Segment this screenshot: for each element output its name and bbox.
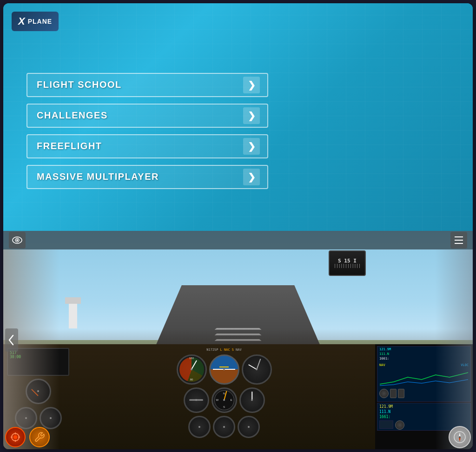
mfd-alt: 1661: bbox=[379, 414, 469, 419]
left-dial-row bbox=[7, 379, 69, 404]
logo-x-letter: X bbox=[18, 15, 25, 27]
menu-panel: X PLANE FLIGHT SCHOOL ❯ CHALLENGES ❯ FRE… bbox=[3, 3, 473, 231]
gps-line-1: 121.9M bbox=[379, 347, 469, 352]
compass-device: S 15 I |||||||||||| bbox=[329, 250, 366, 276]
mfd-freq-1: 121.9M bbox=[379, 404, 469, 409]
label-row: N172SP L NAC S NAV bbox=[77, 348, 371, 352]
attitude-indicator bbox=[209, 354, 239, 385]
svg-point-12 bbox=[459, 436, 461, 438]
arrow-chevron-icon: ❯ bbox=[248, 79, 256, 91]
svg-point-4 bbox=[13, 435, 17, 439]
mfd-freq-2: 111.N bbox=[379, 409, 469, 414]
main-menu: FLIGHT SCHOOL ❯ CHALLENGES ❯ FREEFLIGHT … bbox=[26, 73, 450, 189]
heading-indicator: N S W E bbox=[212, 387, 237, 413]
gps-controls bbox=[379, 389, 469, 398]
scroll-left-button[interactable] bbox=[5, 328, 18, 352]
gps-chart bbox=[379, 368, 469, 386]
challenges-button[interactable]: CHALLENGES ❯ bbox=[26, 104, 268, 128]
gps-button-1[interactable] bbox=[390, 389, 397, 398]
nav-bar-top bbox=[3, 231, 473, 249]
flight-school-arrow: ❯ bbox=[243, 77, 260, 93]
ham-line-1 bbox=[455, 236, 463, 237]
left-round-dial bbox=[7, 407, 69, 429]
airspeed-indicator: 160 80 bbox=[177, 354, 207, 385]
gps-mfd-screen: 121.9M 111.N 1661: NAV VLOC bbox=[377, 346, 471, 402]
compass-display: S 15 I |||||||||||| bbox=[334, 258, 361, 268]
arrow-chevron-icon-4: ❯ bbox=[248, 171, 256, 183]
control-tower bbox=[69, 303, 77, 328]
multiplayer-label: MASSIVE MULTIPLAYER bbox=[37, 171, 159, 182]
engine-icon bbox=[10, 432, 21, 443]
multiplayer-button[interactable]: MASSIVE MULTIPLAYER ❯ bbox=[26, 165, 268, 189]
hamburger-menu-button[interactable] bbox=[450, 232, 467, 249]
vsi bbox=[239, 387, 265, 413]
eye-button[interactable] bbox=[9, 232, 26, 249]
wrench-icon bbox=[34, 432, 45, 443]
altimeter bbox=[242, 354, 272, 385]
flight-school-label: FLIGHT SCHOOL bbox=[37, 79, 122, 90]
logo-plane-text: PLANE bbox=[28, 18, 52, 25]
turn-coordinator bbox=[184, 387, 209, 413]
bottom-toolbar bbox=[5, 427, 471, 447]
tower-top bbox=[65, 297, 81, 304]
chevron-left-icon bbox=[8, 334, 15, 346]
sim-scene: 517 30:00 bbox=[3, 231, 473, 449]
app-container: X PLANE FLIGHT SCHOOL ❯ CHALLENGES ❯ FRE… bbox=[3, 3, 473, 449]
simulator-panel: 517 30:00 bbox=[3, 231, 473, 449]
multiplayer-arrow: ❯ bbox=[243, 169, 260, 185]
gps-line-2: 111.N bbox=[379, 352, 469, 357]
freeflight-label: FREEFLIGHT bbox=[37, 141, 102, 151]
settings-button[interactable] bbox=[29, 427, 50, 447]
app-logo: X PLANE bbox=[12, 12, 59, 31]
flight-school-button[interactable]: FLIGHT SCHOOL ❯ bbox=[26, 73, 268, 97]
gps-knob-1[interactable] bbox=[379, 389, 389, 398]
freeflight-arrow: ❯ bbox=[243, 138, 260, 155]
fuel-dial bbox=[26, 379, 51, 404]
second-gauge-row: N S W E bbox=[77, 387, 371, 413]
small-dial-2 bbox=[40, 407, 62, 429]
gps-nav-label: NAV bbox=[379, 363, 385, 368]
small-dial-1 bbox=[15, 407, 37, 429]
arrow-chevron-icon-2: ❯ bbox=[248, 110, 256, 121]
gps-button-2[interactable] bbox=[398, 389, 404, 398]
gps-line-3: 1661: bbox=[379, 357, 469, 361]
challenges-label: CHALLENGES bbox=[37, 110, 108, 121]
freeflight-button[interactable]: FREEFLIGHT ❯ bbox=[26, 134, 268, 158]
main-gauge-row: 160 80 bbox=[77, 354, 371, 385]
gps-vloc-label: VLOC bbox=[461, 363, 469, 368]
arrow-chevron-icon-3: ❯ bbox=[248, 141, 256, 152]
stack-gauge: 517 30:00 bbox=[7, 348, 69, 376]
ham-line-2 bbox=[455, 240, 463, 241]
eye-icon bbox=[12, 236, 22, 244]
compass-button[interactable] bbox=[449, 426, 471, 448]
compass-icon bbox=[453, 431, 466, 444]
svg-point-2 bbox=[16, 239, 18, 241]
challenges-arrow: ❯ bbox=[243, 107, 260, 124]
engine-button[interactable] bbox=[5, 427, 26, 447]
ham-line-3 bbox=[455, 243, 463, 244]
